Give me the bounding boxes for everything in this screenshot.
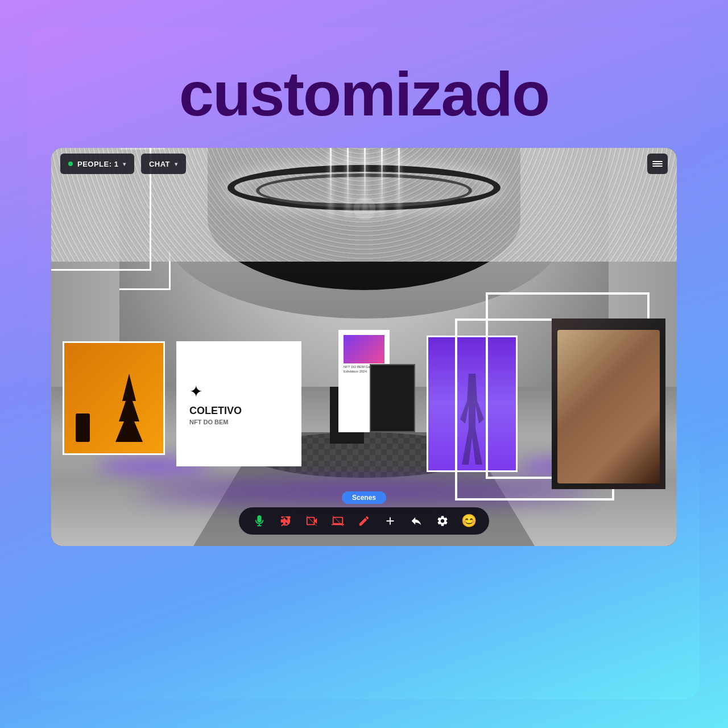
people-chevron: ▾ [123, 161, 126, 167]
coletivo-name: COLETIVO [189, 406, 242, 417]
hamburger-menu-button[interactable] [647, 154, 668, 174]
toolbar-controls: 😊 [239, 507, 489, 535]
add-button[interactable] [381, 512, 399, 530]
camera-off-button[interactable] [303, 512, 321, 530]
bottom-toolbar: Scenes [239, 491, 489, 535]
people-label: PEOPLE: 1 [77, 160, 118, 168]
chat-button[interactable]: CHAT ▾ [141, 154, 186, 174]
audio-mute-button[interactable] [276, 512, 295, 530]
mini-artwork-image [344, 335, 384, 363]
people-button[interactable]: PEOPLE: 1 ▾ [60, 154, 134, 174]
enter-button[interactable] [407, 512, 425, 530]
person-silhouette [76, 413, 90, 442]
hands-content [552, 318, 665, 489]
screen-share-button[interactable] [329, 512, 347, 530]
app-container: customizado [28, 28, 700, 700]
chat-label: CHAT [149, 160, 170, 168]
online-indicator [68, 162, 73, 166]
scenes-button[interactable]: Scenes [342, 491, 386, 504]
microphone-button[interactable] [250, 512, 268, 530]
scene-background: o ✦ COLETIVO [51, 148, 677, 546]
coletivo-logo: ✦ COLETIVO NFT DO BEM [189, 382, 242, 426]
menu-line-3 [652, 166, 663, 167]
title-area: customizado [28, 28, 700, 148]
small-dark-painting[interactable] [370, 364, 415, 432]
chat-chevron: ▾ [175, 161, 178, 167]
draw-button[interactable] [355, 512, 373, 530]
artwork-hands[interactable] [552, 318, 665, 489]
menu-line-2 [652, 163, 663, 164]
menu-line-1 [652, 161, 663, 162]
coletivo-panel[interactable]: ✦ COLETIVO NFT DO BEM [176, 341, 301, 466]
coletivo-subtitle: NFT DO BEM [189, 419, 242, 425]
virtual-world-viewport[interactable]: o ✦ COLETIVO [51, 148, 677, 546]
artwork-orange[interactable] [63, 341, 165, 455]
tree-silhouette [112, 374, 146, 442]
artwork-orange-content [64, 343, 163, 453]
settings-button[interactable] [433, 512, 452, 530]
emoji-button[interactable]: 😊 [460, 512, 478, 530]
hud-navbar: PEOPLE: 1 ▾ CHAT ▾ [51, 148, 677, 180]
page-title: customizado [51, 63, 677, 125]
coletivo-icon: ✦ [189, 382, 242, 401]
hands-image [557, 330, 660, 483]
